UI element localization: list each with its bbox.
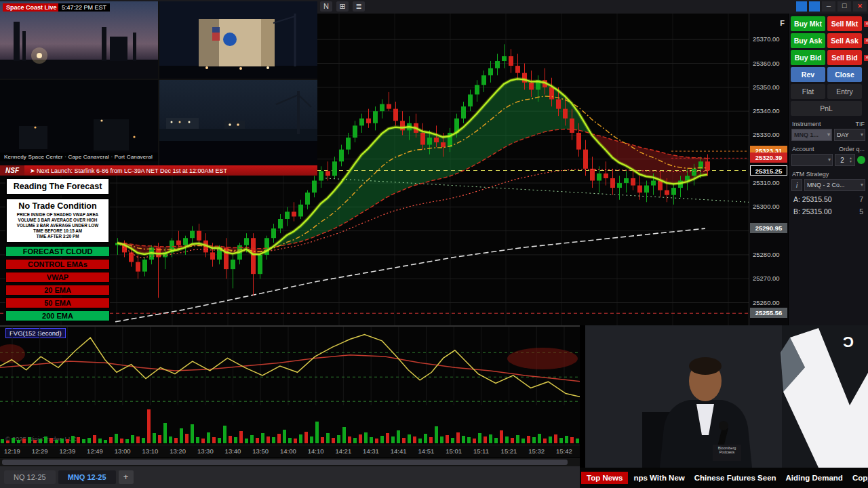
video-launchpad-dusk: Space Coast Live 5:47:22 PM EST bbox=[0, 1, 158, 79]
chart-scrollbar[interactable] bbox=[0, 458, 583, 466]
condition-line: TIME BEFORE 10:15 AM bbox=[8, 228, 107, 234]
time-tick: 14:10 bbox=[308, 447, 324, 455]
row-close-icon[interactable]: ✕ bbox=[864, 38, 868, 44]
time-tick: 13:30 bbox=[197, 447, 214, 455]
time-tick: 12:39 bbox=[59, 447, 75, 455]
chevron-down-icon: ▾ bbox=[861, 129, 863, 140]
video-pad-crane bbox=[159, 80, 317, 165]
quantity-stepper[interactable]: 2 ▲▼ bbox=[835, 154, 855, 166]
news-headline: nps With New bbox=[633, 474, 684, 482]
atm-strategy-label: ATM Strategy bbox=[792, 171, 829, 178]
account-label: Account bbox=[792, 146, 814, 152]
top-news-badge: Top News bbox=[581, 472, 628, 484]
price-tick: 25300.00 bbox=[753, 203, 780, 210]
workspace-grid-icon[interactable]: ⊞ bbox=[336, 1, 349, 12]
price-tick: 25340.00 bbox=[753, 107, 780, 115]
row-close-icon[interactable]: ✕ bbox=[864, 55, 868, 61]
add-tab-button[interactable]: + bbox=[119, 470, 134, 484]
bid-price: B: 25315.00 bbox=[793, 207, 832, 216]
condition-line: PRICE INSIDE OF SHADED VWAP AREA bbox=[8, 212, 107, 218]
price-marker: 25320.39 bbox=[750, 152, 787, 163]
price-axis[interactable]: F 25370.0025360.0025350.0025340.0025330.… bbox=[749, 14, 788, 327]
video-dark-pad: Kennedy Space Center · Cape Canaveral · … bbox=[0, 80, 158, 165]
indicator-panel[interactable] bbox=[0, 327, 583, 405]
close-button[interactable]: ✕ bbox=[853, 1, 867, 12]
forecast-title: Reading The Forecast bbox=[5, 178, 110, 195]
flat-status: Flat bbox=[791, 84, 825, 99]
bid-depth: 5 bbox=[859, 207, 863, 216]
price-tick: 25260.00 bbox=[753, 299, 780, 306]
time-tick: 15:42 bbox=[556, 447, 572, 455]
chart-tab-bar: NQ 12-25 MNQ 12-25 + bbox=[0, 466, 580, 488]
sell-bid-button[interactable]: Sell Bid bbox=[827, 50, 862, 65]
buy-ask-button[interactable]: Buy Ask bbox=[791, 33, 825, 48]
news-headline: Aiding Demand bbox=[786, 474, 843, 482]
price-marker: 25290.95 bbox=[750, 223, 787, 233]
channel-watermark-glyph: Ɔ bbox=[843, 333, 854, 350]
nsf-ticker: NSF ➤ Next Launch: Starlink 6-86 from LC… bbox=[0, 165, 317, 176]
interview-video-overlay: Ɔ Bloomberg Podcasts bbox=[580, 325, 868, 468]
forecast-legend-panel: Reading The Forecast No Trade Condition … bbox=[5, 178, 110, 323]
pnl-display[interactable]: PnL bbox=[791, 101, 862, 116]
close-position-button[interactable]: Close bbox=[827, 67, 862, 82]
tif-select[interactable]: DAY▾ bbox=[834, 129, 865, 141]
reverse-button[interactable]: Rev bbox=[791, 67, 825, 82]
legend-row: 50 EMA bbox=[5, 298, 110, 308]
row-close-icon[interactable]: ✕ bbox=[864, 21, 868, 27]
tab-mnq-12-25[interactable]: MNQ 12-25 bbox=[58, 470, 116, 484]
maximize-button[interactable]: ☐ bbox=[837, 1, 851, 12]
video-caption: Kennedy Space Center · Cape Canaveral · … bbox=[0, 152, 158, 161]
trading-workspace: N ⊞ ≣ ─ ☐ ✕ F 25370.0025360.0025350.0025… bbox=[0, 0, 868, 488]
stepper-arrows-icon[interactable]: ▲▼ bbox=[849, 157, 854, 163]
price-tick: 25330.00 bbox=[753, 131, 780, 138]
person-hair bbox=[689, 357, 722, 375]
time-axis[interactable]: 12:1912:2912:3912:4913:0013:1013:2013:30… bbox=[0, 445, 583, 457]
condition-line: TIME AFTER 3:20 PM bbox=[8, 234, 107, 239]
instrument-select[interactable]: MNQ 1...▾ bbox=[791, 129, 832, 141]
condition-title: No Trade Condition bbox=[8, 201, 107, 211]
time-tick: 12:49 bbox=[87, 447, 103, 455]
time-tick: 13:10 bbox=[142, 447, 159, 455]
account-select[interactable]: ▾ bbox=[791, 154, 833, 166]
video-vab-building bbox=[159, 1, 317, 79]
link-color-icon-1[interactable] bbox=[796, 1, 807, 12]
price-marker: 25255.56 bbox=[750, 308, 787, 318]
link-color-icon-2[interactable] bbox=[809, 1, 820, 12]
live-badge: Space Coast Live bbox=[3, 3, 60, 12]
sell-market-button[interactable]: Sell Mkt bbox=[827, 16, 862, 31]
minimize-button[interactable]: ─ bbox=[822, 1, 835, 12]
nsf-logo: NSF bbox=[0, 165, 24, 176]
news-headlines: nps With NewChinese Futures SeenAiding D… bbox=[633, 474, 868, 482]
price-tick: 25370.00 bbox=[753, 35, 780, 43]
time-tick: 14:21 bbox=[335, 447, 351, 455]
buy-market-button[interactable]: Buy Mkt bbox=[791, 16, 825, 31]
condition-line: VOLUME 3 BAR AVERAGE UNDER LOW bbox=[8, 223, 107, 228]
mic-flag: Bloomberg Podcasts bbox=[713, 445, 741, 461]
tab-nq-12-25[interactable]: NQ 12-25 bbox=[4, 470, 56, 484]
instrument-label: Instrument bbox=[792, 121, 821, 127]
scrollbar-thumb[interactable] bbox=[2, 460, 568, 465]
tif-label: TIF bbox=[856, 121, 865, 127]
condition-line: VOLUME 3 BAR AVERAGE OVER HIGH bbox=[8, 218, 107, 223]
entry-status: Entry bbox=[827, 84, 862, 99]
time-tick: 14:00 bbox=[280, 447, 296, 455]
time-tick: 13:50 bbox=[252, 447, 269, 455]
legend-row: FORECAST CLOUD bbox=[5, 246, 110, 257]
connection-status-icon bbox=[857, 156, 865, 164]
atm-info-icon[interactable]: i bbox=[791, 179, 802, 191]
focus-badge: F bbox=[780, 19, 785, 27]
trade-condition-box: No Trade Condition PRICE INSIDE OF SHADE… bbox=[5, 198, 110, 243]
instrument-list-icon[interactable]: ≣ bbox=[353, 1, 365, 12]
condition-lines: PRICE INSIDE OF SHADED VWAP AREAVOLUME 3… bbox=[8, 212, 107, 239]
spacecoast-video-grid: Space Coast Live 5:47:22 PM EST bbox=[0, 1, 317, 165]
stream-clock: 5:47:22 PM EST bbox=[58, 3, 110, 12]
legend-row: VWAP bbox=[5, 272, 110, 283]
time-tick: 13:20 bbox=[170, 447, 186, 455]
time-tick: 14:31 bbox=[363, 447, 379, 455]
atm-strategy-select[interactable]: MNQ - 2 Co...▾ bbox=[804, 179, 865, 191]
volume-panel[interactable] bbox=[0, 405, 583, 445]
buy-bid-button[interactable]: Buy Bid bbox=[791, 50, 825, 65]
sell-ask-button[interactable]: Sell Ask bbox=[827, 33, 862, 48]
ask-price: A: 25315.50 bbox=[793, 195, 832, 203]
news-headline: Copp bbox=[852, 474, 868, 482]
